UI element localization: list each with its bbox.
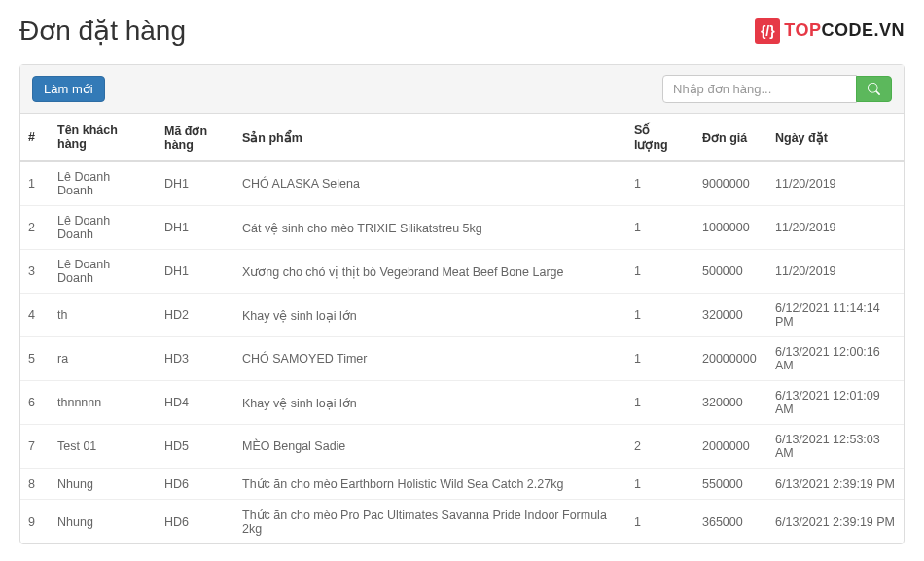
cell-customer: th bbox=[50, 294, 157, 337]
cell-product: Thức ăn cho mèo Pro Pac Ultimates Savann… bbox=[234, 500, 626, 544]
cell-idx: 9 bbox=[20, 500, 50, 544]
header-date: Ngày đặt bbox=[767, 114, 904, 161]
cell-code: DH1 bbox=[157, 250, 234, 294]
cell-product: Xương cho chó vị thịt bò Vegebrand Meat … bbox=[234, 250, 626, 294]
cell-customer: Lê Doanh Doanh bbox=[50, 161, 157, 206]
cell-date: 6/13/2021 2:39:19 PM bbox=[767, 469, 904, 500]
orders-panel: Làm mới # Tên khách hàng Mã đơn hàng Sản… bbox=[19, 64, 905, 544]
cell-date: 6/13/2021 2:39:19 PM bbox=[767, 500, 904, 544]
cell-idx: 1 bbox=[20, 161, 50, 206]
cell-idx: 5 bbox=[20, 337, 50, 381]
site-logo: {/} TOPCODE.VN bbox=[755, 18, 905, 44]
cell-code: DH1 bbox=[157, 161, 234, 206]
table-row: 8NhungHD6Thức ăn cho mèo Earthborn Holis… bbox=[20, 469, 904, 500]
search-input[interactable] bbox=[662, 75, 857, 103]
cell-qty: 1 bbox=[626, 500, 694, 544]
table-row: 9NhungHD6Thức ăn cho mèo Pro Pac Ultimat… bbox=[20, 500, 904, 544]
cell-date: 6/13/2021 12:53:03 AM bbox=[767, 425, 904, 469]
cell-code: HD5 bbox=[157, 425, 234, 469]
table-row: 2Lê Doanh DoanhDH1Cát vệ sinh cho mèo TR… bbox=[20, 206, 904, 250]
cell-price: 2000000 bbox=[694, 425, 767, 469]
cell-idx: 4 bbox=[20, 294, 50, 337]
cell-qty: 2 bbox=[626, 425, 694, 469]
cell-qty: 1 bbox=[626, 337, 694, 381]
cell-customer: Nhung bbox=[50, 469, 157, 500]
header-order-code: Mã đơn hàng bbox=[157, 114, 234, 161]
cell-price: 9000000 bbox=[694, 161, 767, 206]
cell-product: Khay vệ sinh loại lớn bbox=[234, 381, 626, 425]
search-group bbox=[662, 75, 892, 103]
table-row: 1Lê Doanh DoanhDH1CHÓ ALASKA Selena19000… bbox=[20, 161, 904, 206]
cell-idx: 2 bbox=[20, 206, 50, 250]
cell-qty: 1 bbox=[626, 161, 694, 206]
header-price: Đơn giá bbox=[694, 114, 767, 161]
cell-date: 6/12/2021 11:14:14 PM bbox=[767, 294, 904, 337]
cell-code: HD4 bbox=[157, 381, 234, 425]
cell-date: 6/13/2021 12:00:16 AM bbox=[767, 337, 904, 381]
cell-date: 11/20/2019 bbox=[767, 206, 904, 250]
cell-product: MÈO Bengal Sadie bbox=[234, 425, 626, 469]
header-customer: Tên khách hàng bbox=[50, 114, 157, 161]
cell-code: DH1 bbox=[157, 206, 234, 250]
cell-qty: 1 bbox=[626, 469, 694, 500]
header-qty: Số lượng bbox=[626, 114, 694, 161]
cell-price: 1000000 bbox=[694, 206, 767, 250]
page-header: Đơn đặt hàng {/} TOPCODE.VN bbox=[19, 15, 905, 47]
table-row: 3Lê Doanh DoanhDH1Xương cho chó vị thịt … bbox=[20, 250, 904, 294]
cell-price: 20000000 bbox=[694, 337, 767, 381]
search-button[interactable] bbox=[856, 76, 892, 102]
cell-qty: 1 bbox=[626, 381, 694, 425]
cell-price: 500000 bbox=[694, 250, 767, 294]
cell-price: 320000 bbox=[694, 381, 767, 425]
cell-price: 550000 bbox=[694, 469, 767, 500]
table-row: 6thnnnnnHD4Khay vệ sinh loại lớn13200006… bbox=[20, 381, 904, 425]
cell-idx: 3 bbox=[20, 250, 50, 294]
cell-customer: Test 01 bbox=[50, 425, 157, 469]
table-row: 4thHD2Khay vệ sinh loại lớn13200006/12/2… bbox=[20, 294, 904, 337]
cell-code: HD2 bbox=[157, 294, 234, 337]
cell-product: Khay vệ sinh loại lớn bbox=[234, 294, 626, 337]
header-product: Sản phẩm bbox=[234, 114, 626, 161]
search-icon bbox=[868, 83, 880, 95]
cell-product: CHÓ ALASKA Selena bbox=[234, 161, 626, 206]
logo-icon: {/} bbox=[755, 18, 780, 44]
cell-qty: 1 bbox=[626, 250, 694, 294]
table-header-row: # Tên khách hàng Mã đơn hàng Sản phẩm Số… bbox=[20, 114, 904, 161]
logo-text-top: TOP bbox=[784, 20, 821, 40]
cell-product: CHÓ SAMOYED Timer bbox=[234, 337, 626, 381]
logo-text: TOPCODE.VN bbox=[784, 20, 905, 41]
cell-customer: Lê Doanh Doanh bbox=[50, 250, 157, 294]
cell-date: 11/20/2019 bbox=[767, 161, 904, 206]
cell-date: 6/13/2021 12:01:09 AM bbox=[767, 381, 904, 425]
cell-code: HD6 bbox=[157, 469, 234, 500]
cell-customer: thnnnnn bbox=[50, 381, 157, 425]
cell-idx: 8 bbox=[20, 469, 50, 500]
orders-table: # Tên khách hàng Mã đơn hàng Sản phẩm Số… bbox=[20, 114, 904, 543]
cell-price: 365000 bbox=[694, 500, 767, 544]
cell-idx: 6 bbox=[20, 381, 50, 425]
table-row: 7Test 01HD5MÈO Bengal Sadie220000006/13/… bbox=[20, 425, 904, 469]
header-index: # bbox=[20, 114, 50, 161]
cell-qty: 1 bbox=[626, 206, 694, 250]
cell-product: Thức ăn cho mèo Earthborn Holistic Wild … bbox=[234, 469, 626, 500]
cell-code: HD6 bbox=[157, 500, 234, 544]
table-row: 5raHD3CHÓ SAMOYED Timer1200000006/13/202… bbox=[20, 337, 904, 381]
cell-idx: 7 bbox=[20, 425, 50, 469]
cell-customer: Nhung bbox=[50, 500, 157, 544]
cell-qty: 1 bbox=[626, 294, 694, 337]
cell-customer: Lê Doanh Doanh bbox=[50, 206, 157, 250]
cell-product: Cát vệ sinh cho mèo TRIXIE Silikatstreu … bbox=[234, 206, 626, 250]
cell-customer: ra bbox=[50, 337, 157, 381]
page-title: Đơn đặt hàng bbox=[19, 15, 186, 47]
logo-text-code: CODE.VN bbox=[821, 20, 905, 40]
panel-toolbar: Làm mới bbox=[20, 65, 904, 114]
refresh-button[interactable]: Làm mới bbox=[32, 76, 105, 102]
cell-price: 320000 bbox=[694, 294, 767, 337]
cell-code: HD3 bbox=[157, 337, 234, 381]
cell-date: 11/20/2019 bbox=[767, 250, 904, 294]
